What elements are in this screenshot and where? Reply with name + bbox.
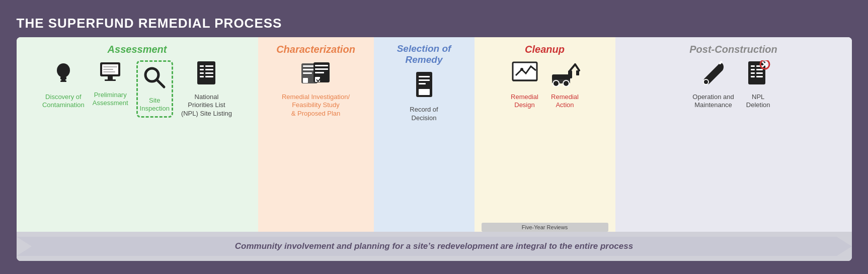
step-site-inspection: SiteInspection [132,58,177,120]
wrench-icon [700,60,727,90]
svg-rect-54 [751,76,755,77]
magnifier-icon [142,65,167,94]
phase-postconstruction: Post-Construction Operation andMaintenan… [615,37,852,232]
svg-point-0 [57,63,70,77]
rod-label: Record ofDecision [410,106,438,123]
main-diagram: Assessment Discovery ofContaminat [17,37,852,261]
page-title: THE SUPERFUND REMEDIAL PROCESS [17,16,852,31]
step-om: Operation andMaintenance [688,58,738,112]
svg-rect-53 [751,72,755,74]
postconstruction-label: Post-Construction [685,37,781,58]
monitor-icon [98,60,123,88]
step-rifs: Remedial Investigation/Feasibility Study… [278,58,354,121]
svg-rect-36 [419,89,430,95]
list-icon [194,60,218,90]
svg-rect-52 [751,69,755,70]
svg-rect-47 [576,70,579,75]
svg-point-39 [520,68,523,71]
site-inspection-label: SiteInspection [140,97,170,114]
svg-rect-21 [205,76,213,77]
npl-label: NationalPriorities List(NPL) Site Listin… [181,93,232,119]
phases-row: Assessment Discovery ofContaminat [17,37,852,232]
step-preliminary: PreliminaryAssessment [89,58,132,110]
svg-line-45 [570,64,575,70]
lightbulb-icon [51,60,75,90]
svg-rect-33 [419,76,430,77]
svg-point-42 [553,80,559,86]
site-inspection-dashed: SiteInspection [136,60,173,118]
step-npl-deletion: NPLDeletion [738,58,778,112]
assessment-label: Assessment [104,37,171,58]
postconstruction-steps: Operation andMaintenance [686,58,780,232]
five-year-reviews: Five-Year Reviews [482,223,608,232]
phase-characterization: Characterization [258,37,374,232]
community-banner: Community involvement and planning for a… [17,232,852,261]
svg-rect-51 [751,65,755,67]
phase-cleanup: Cleanup RemedialDesign [475,37,615,232]
excavator-icon [550,60,580,90]
svg-rect-35 [419,83,426,84]
svg-rect-9 [103,69,113,70]
step-discovery: Discovery ofContamination [38,58,89,112]
npl-deletion-icon [746,60,771,90]
assessment-steps: Discovery ofContamination [35,58,239,232]
step-remedial-action: RemedialAction [545,58,585,112]
npl-deletion-label: NPLDeletion [746,93,770,110]
rod-icon [412,71,436,103]
phase-assessment: Assessment Discovery ofContaminat [17,37,258,232]
svg-rect-3 [60,80,66,82]
svg-line-46 [575,64,579,70]
selection-steps: Record ofDecision [401,69,447,231]
svg-rect-6 [108,76,113,79]
svg-line-12 [157,80,164,87]
remedial-design-label: RemedialDesign [511,93,538,110]
svg-rect-56 [756,69,763,70]
selection-label: Selection of Remedy [374,37,475,69]
svg-rect-30 [315,72,324,73]
step-remedial-design: RemedialDesign [505,58,545,112]
characterization-steps: Remedial Investigation/Feasibility Study… [275,58,357,232]
svg-rect-57 [756,72,763,74]
om-label: Operation andMaintenance [692,93,734,110]
svg-rect-44 [568,70,572,78]
svg-rect-28 [315,65,328,66]
arrow-svg [17,232,852,261]
svg-rect-25 [303,72,312,74]
svg-rect-20 [205,72,213,74]
outer-container: THE SUPERFUND REMEDIAL PROCESS Assessmen… [7,7,862,268]
svg-rect-29 [315,68,328,70]
characterization-label: Characterization [272,37,359,58]
svg-rect-18 [205,65,213,67]
svg-rect-15 [200,69,204,70]
svg-rect-7 [105,79,116,81]
remedial-action-label: RemedialAction [551,93,579,110]
rifs-label: Remedial Investigation/Feasibility Study… [282,93,350,119]
svg-rect-10 [103,71,115,72]
svg-marker-62 [17,237,852,256]
cleanup-steps: RemedialDesign [503,58,587,221]
phase-selection: Selection of Remedy Record [374,37,475,232]
svg-rect-19 [205,69,213,70]
documents-icon [299,60,332,90]
discovery-label: Discovery ofContamination [42,93,85,110]
cleanup-label: Cleanup [521,37,569,58]
svg-rect-14 [200,65,204,67]
preliminary-label: PreliminaryAssessment [93,91,128,108]
design-icon [511,60,539,90]
svg-rect-8 [103,66,117,67]
svg-rect-26 [303,78,308,83]
svg-rect-58 [756,76,763,77]
svg-point-48 [703,79,708,84]
svg-rect-16 [200,72,204,74]
step-npl: NationalPriorities List(NPL) Site Listin… [177,58,236,121]
step-rod: Record ofDecision [404,69,444,125]
svg-rect-34 [419,79,430,81]
svg-point-43 [563,80,569,86]
svg-rect-17 [200,76,204,77]
